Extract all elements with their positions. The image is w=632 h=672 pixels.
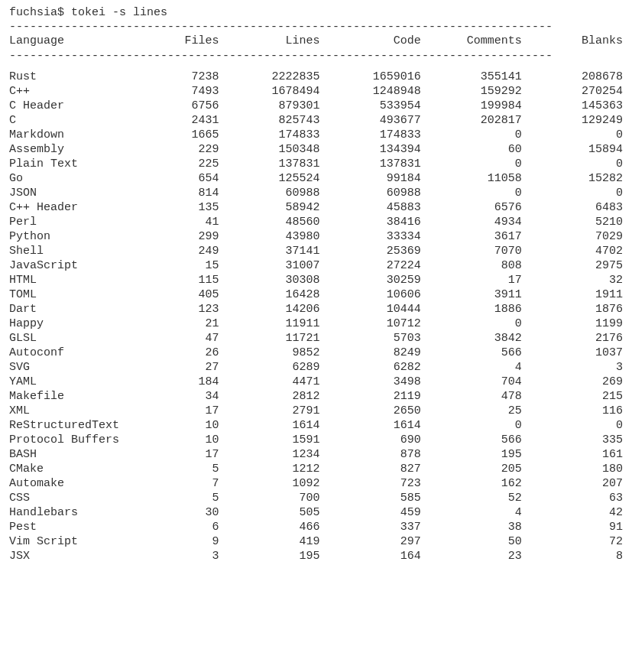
table-row: BASH171234878195161 [9,447,623,462]
cell-language: Go [9,171,149,186]
cell-comments: 0 [421,157,522,171]
cell-language: Pest [9,520,149,534]
table-row: Go654125524991841105815282 [9,171,623,186]
cell-files: 115 [149,273,219,287]
cell-code: 337 [320,520,421,534]
cell-language: SVG [9,360,149,375]
cell-comments: 11058 [421,171,522,186]
cell-language: Assembly [9,142,149,157]
cell-lines: 9852 [219,346,319,360]
cell-language: C Header [9,99,149,113]
cell-blanks: 116 [522,404,623,418]
cell-language: Autoconf [9,346,149,360]
cell-lines: 1678494 [219,84,319,99]
cell-blanks: 32 [522,273,623,287]
cell-blanks: 4702 [522,244,623,258]
cell-language: Happy [9,317,149,331]
cell-comments: 355141 [421,70,522,84]
cell-comments: 50 [421,534,522,549]
cell-files: 41 [149,215,219,229]
cell-blanks: 6483 [522,200,623,215]
cell-files: 9 [149,534,219,549]
cell-comments: 0 [421,418,522,433]
cell-lines: 43980 [219,229,319,244]
cell-lines: 48560 [219,215,319,229]
cell-comments: 23 [421,549,522,563]
header-code: Code [320,34,421,49]
cell-code: 1248948 [320,84,421,99]
cell-comments: 3911 [421,287,522,302]
cell-lines: 30308 [219,273,319,287]
cell-comments: 202817 [421,113,522,128]
cell-blanks: 1037 [522,346,623,360]
cell-files: 34 [149,389,219,404]
cell-language: XML [9,404,149,418]
cell-code: 297 [320,534,421,549]
cell-code: 38416 [320,215,421,229]
cell-lines: 466 [219,520,319,534]
header-blanks: Blanks [522,34,623,49]
cell-lines: 137831 [219,157,319,171]
table-row: YAML18444713498704269 [9,375,623,389]
cell-code: 8249 [320,346,421,360]
table-row: Autoconf26985282495661037 [9,346,623,360]
table-row: Rust723822228351659016355141208678 [9,70,623,84]
cell-files: 10 [149,418,219,433]
cell-files: 2431 [149,113,219,128]
cell-lines: 825743 [219,113,319,128]
cell-code: 690 [320,433,421,447]
cell-code: 878 [320,447,421,462]
cell-lines: 58942 [219,200,319,215]
table-row: Plain Text22513783113783100 [9,157,623,171]
cell-code: 10606 [320,287,421,302]
cell-code: 25369 [320,244,421,258]
cell-files: 1665 [149,128,219,142]
cell-comments: 704 [421,375,522,389]
cell-blanks: 1199 [522,317,623,331]
cell-lines: 16428 [219,287,319,302]
table-row: SVG276289628243 [9,360,623,375]
cell-lines: 419 [219,534,319,549]
table-row: HTML11530308302591732 [9,273,623,287]
cell-blanks: 0 [522,418,623,433]
cell-language: Shell [9,244,149,258]
cell-files: 21 [149,317,219,331]
table-row: Dart123142061044418861876 [9,302,623,317]
cell-lines: 2222835 [219,70,319,84]
cell-comments: 4 [421,360,522,375]
cell-language: GLSL [9,331,149,346]
cell-files: 27 [149,360,219,375]
cell-blanks: 8 [522,549,623,563]
table-row: JavaScript1531007272248082975 [9,258,623,273]
cell-lines: 700 [219,491,319,505]
cell-comments: 205 [421,462,522,476]
cell-code: 164 [320,549,421,563]
cell-lines: 11911 [219,317,319,331]
cell-comments: 7070 [421,244,522,258]
cell-language: Perl [9,215,149,229]
cell-blanks: 42 [522,505,623,520]
cell-language: BASH [9,447,149,462]
cell-blanks: 129249 [522,113,623,128]
cell-code: 137831 [320,157,421,171]
cell-blanks: 207 [522,476,623,491]
cell-comments: 4934 [421,215,522,229]
cell-language: HTML [9,273,149,287]
header-lines: Lines [219,34,319,49]
cell-files: 15 [149,258,219,273]
cell-blanks: 7029 [522,229,623,244]
cell-comments: 0 [421,186,522,200]
cell-files: 3 [149,549,219,563]
cell-blanks: 0 [522,186,623,200]
cell-files: 6 [149,520,219,534]
cell-code: 27224 [320,258,421,273]
cell-lines: 2791 [219,404,319,418]
cell-code: 723 [320,476,421,491]
cell-lines: 37141 [219,244,319,258]
cell-blanks: 72 [522,534,623,549]
table-row: Python299439803333436177029 [9,229,623,244]
cell-blanks: 270254 [522,84,623,99]
cell-code: 10444 [320,302,421,317]
cell-language: C [9,113,149,128]
header-row: Language Files Lines Code Comments Blank… [9,34,623,49]
